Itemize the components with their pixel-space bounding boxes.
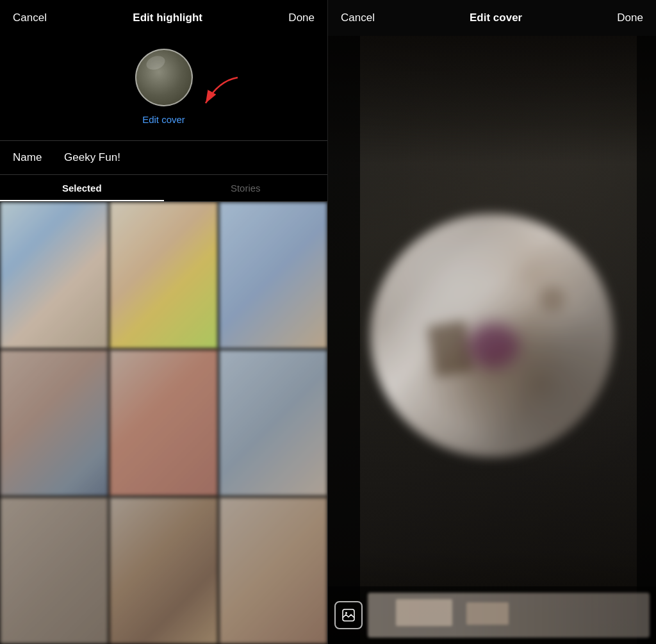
svg-point-2 <box>345 612 347 614</box>
cover-circle-thumbnail[interactable] <box>135 49 193 106</box>
right-content <box>328 36 656 644</box>
grid-cell-5[interactable] <box>110 350 218 497</box>
grid-cell-7[interactable] <box>0 497 108 644</box>
grid-cell-6[interactable] <box>219 350 327 497</box>
name-value[interactable]: Geeky Fun! <box>64 151 315 164</box>
grid-cell-2[interactable] <box>110 202 218 349</box>
dark-overlay-right <box>637 36 656 644</box>
blob-object <box>468 323 519 368</box>
cover-section: Edit cover <box>0 36 327 140</box>
right-done-button[interactable]: Done <box>617 12 643 24</box>
bottom-thumbnail-bar <box>328 586 656 644</box>
edit-highlight-panel: Cancel Edit highlight Done Edit cover Na… <box>0 0 328 644</box>
edit-cover-link[interactable]: Edit cover <box>142 114 185 125</box>
left-done-button[interactable]: Done <box>288 12 315 24</box>
left-cancel-button[interactable]: Cancel <box>13 12 47 24</box>
edit-cover-panel: Cancel Edit cover Done <box>328 0 656 644</box>
dark-overlay-left <box>328 36 360 644</box>
grid-cell-1[interactable] <box>0 202 108 349</box>
right-nav-bar: Cancel Edit cover Done <box>328 0 656 36</box>
arrow-annotation <box>193 74 244 113</box>
right-top-bg <box>328 36 656 164</box>
left-nav-title: Edit highlight <box>133 12 202 24</box>
thumbnail-strip[interactable] <box>368 593 650 638</box>
tab-stories[interactable]: Stories <box>164 175 328 201</box>
right-nav-title: Edit cover <box>470 12 522 24</box>
right-cancel-button[interactable]: Cancel <box>341 12 375 24</box>
stories-grid <box>0 202 327 644</box>
grid-cell-4[interactable] <box>0 350 108 497</box>
cover-selection-circle-container <box>370 213 614 457</box>
grid-cell-9[interactable] <box>219 497 327 644</box>
tab-selected[interactable]: Selected <box>0 175 164 201</box>
tabs-bar: Selected Stories <box>0 175 327 202</box>
grid-cell-8[interactable] <box>110 497 218 644</box>
svg-rect-1 <box>343 609 354 621</box>
grid-cell-3[interactable] <box>219 202 327 349</box>
stories-grid-inner <box>0 202 327 644</box>
photo-library-button[interactable] <box>334 601 363 629</box>
cover-selection-circle[interactable] <box>370 213 614 457</box>
left-nav-bar: Cancel Edit highlight Done <box>0 0 327 36</box>
name-row: Name Geeky Fun! <box>0 141 327 174</box>
photo-library-icon <box>341 607 356 623</box>
name-label: Name <box>13 151 64 164</box>
red-arrow-icon <box>193 74 244 113</box>
